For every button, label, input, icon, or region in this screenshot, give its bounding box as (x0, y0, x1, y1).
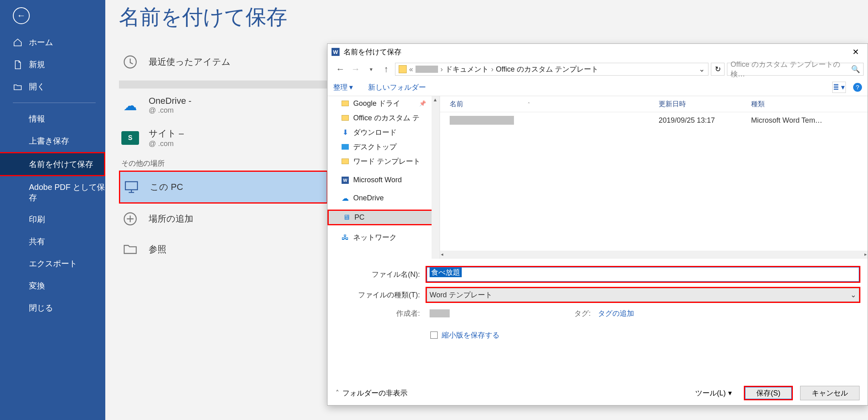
nav-export[interactable]: エクスポート (0, 253, 105, 275)
nav-new-label: 新規 (29, 59, 45, 70)
thumbnail-checkbox[interactable] (430, 331, 438, 339)
new-folder-button[interactable]: 新しいフォルダー (368, 82, 426, 92)
nav-share[interactable]: 共有 (0, 231, 105, 253)
nav-save[interactable]: 上書き保存 (0, 130, 105, 152)
nav-saveas-label: 名前を付けて保存 (29, 159, 93, 169)
nav-export-label: エクスポート (29, 258, 77, 269)
chevron-down-icon: ▾ (728, 389, 732, 397)
tree-network[interactable]: 🖧ネットワーク (328, 230, 440, 245)
loc-add-place[interactable]: 場所の追加 (119, 204, 328, 234)
loc-recent[interactable]: 最近使ったアイテム (119, 47, 328, 77)
folder-icon (342, 159, 349, 164)
back-button[interactable]: ← (13, 7, 30, 24)
file-date: 2019/09/25 13:17 (659, 116, 751, 125)
view-options-button[interactable]: ≣ ▾ (832, 82, 846, 93)
organize-menu[interactable]: 整理▾ (333, 82, 353, 92)
nav-share-label: 共有 (29, 236, 45, 247)
nav-info[interactable]: 情報 (0, 108, 105, 130)
file-row[interactable]: 2019/09/25 13:17 Microsoft Word Tem… (440, 112, 868, 128)
chevron-down-icon: ▾ (349, 83, 353, 92)
folder-icon (342, 101, 349, 106)
column-headers: 名前˄ 更新日時 種類 (440, 96, 868, 112)
tree-office-custom[interactable]: Office のカスタム テ (328, 111, 440, 125)
file-type: Microsoft Word Tem… (751, 116, 822, 125)
nav-adobe-pdf[interactable]: Adobe PDF として保存 (0, 176, 105, 208)
nav-open[interactable]: 開く (0, 76, 105, 98)
filename-input[interactable]: 食べ放題 (427, 267, 859, 282)
hide-folders-link[interactable]: フォルダーの非表示 (342, 388, 407, 398)
loc-site-sub: @ .com (149, 140, 184, 148)
save-dialog: W 名前を付けて保存 ✕ ← → ▾ ↑ « › ドキュメント › Office… (327, 43, 868, 406)
save-button[interactable]: 保存(S) (744, 386, 793, 400)
tree-desktop-label: デスクトップ (353, 142, 397, 152)
tag-label: タグ: (574, 309, 591, 318)
add-tag-link[interactable]: タグの追加 (598, 309, 634, 318)
filetype-value: Word テンプレート (430, 290, 492, 300)
tree-scrollbar[interactable] (432, 96, 440, 259)
tree-desktop[interactable]: デスクトップ (328, 140, 440, 154)
nav-forward-button[interactable]: → (349, 63, 362, 76)
pc-icon (123, 178, 140, 196)
nav-up-button[interactable]: ↑ (380, 63, 393, 76)
search-input[interactable]: Office のカスタム テンプレートの検… 🔍 (727, 63, 864, 76)
col-name-label: 名前 (450, 100, 463, 108)
col-type[interactable]: 種類 (751, 99, 868, 109)
breadcrumb[interactable]: « › ドキュメント › Office のカスタム テンプレート ⌄ (395, 63, 708, 76)
nav-close-label: 閉じる (29, 303, 53, 313)
nav-save-as[interactable]: 名前を付けて保存 (0, 152, 105, 176)
word-icon: W (342, 177, 349, 184)
loc-sharepoint[interactable]: S サイト – @ .com (119, 121, 328, 154)
nav-home-label: ホーム (29, 37, 53, 48)
search-placeholder: Office のカスタム テンプレートの検… (731, 60, 847, 79)
loc-onedrive[interactable]: ☁ OneDrive - @ .com (119, 89, 328, 121)
word-app-icon: W (332, 48, 340, 56)
nav-save-label: 上書き保存 (29, 136, 69, 146)
col-name[interactable]: 名前˄ (450, 99, 659, 109)
col-date[interactable]: 更新日時 (659, 99, 751, 109)
tree-word-template[interactable]: ワード テンプレート (328, 154, 440, 169)
help-button[interactable]: ? (853, 83, 862, 92)
breadcrumb-documents[interactable]: ドキュメント (445, 64, 489, 74)
tree-pc[interactable]: 🖥PC (328, 210, 440, 225)
redacted-filename (450, 116, 514, 125)
download-icon: ⬇ (341, 128, 349, 136)
loc-browse[interactable]: 参照 (119, 234, 328, 265)
breadcrumb-current[interactable]: Office のカスタム テンプレート (496, 64, 598, 74)
breadcrumb-sep-2: › (491, 65, 493, 74)
loc-onedrive-sub: @ .com (149, 106, 191, 115)
tree-onedrive-label: OneDrive (353, 194, 384, 202)
cancel-button[interactable]: キャンセル (800, 386, 860, 400)
nav-divider (13, 103, 96, 103)
loc-this-pc[interactable]: この PC (119, 171, 328, 204)
filetype-select[interactable]: Word テンプレート⌄ (427, 288, 859, 302)
cloud-icon: ☁ (341, 194, 349, 202)
nav-home[interactable]: ホーム (0, 31, 105, 54)
pc-icon: 🖥 (342, 214, 350, 222)
arrow-left-icon: ← (17, 10, 26, 21)
tree-msword[interactable]: WMicrosoft Word (328, 173, 440, 187)
nav-new[interactable]: 新規 (0, 54, 105, 76)
nav-back-button[interactable]: ← (334, 63, 347, 76)
redacted-author (430, 309, 450, 317)
loc-other-header: その他の場所 (119, 154, 328, 171)
expand-folders-icon[interactable]: ˄ (336, 389, 339, 397)
breadcrumb-lead: « (409, 65, 413, 74)
tree-downloads[interactable]: ⬇ダウンロード (328, 125, 440, 140)
cancel-button-label: キャンセル (812, 388, 848, 398)
chevron-down-icon: ⌄ (850, 290, 856, 299)
tree-office-custom-label: Office のカスタム テ (353, 113, 420, 123)
horizontal-scrollbar[interactable]: ◂▸ (440, 251, 868, 259)
tree-gdrive-label: Google ドライ (353, 99, 400, 108)
breadcrumb-dropdown-icon[interactable]: ⌄ (699, 65, 705, 74)
tree-gdrive[interactable]: Google ドライ (328, 96, 440, 111)
nav-close[interactable]: 閉じる (0, 297, 105, 319)
nav-print[interactable]: 印刷 (0, 208, 105, 231)
loc-recent-label: 最近使ったアイテム (149, 56, 231, 68)
tools-menu[interactable]: ツール(L)▾ (695, 388, 732, 398)
nav-recent-button[interactable]: ▾ (364, 63, 377, 76)
nav-print-label: 印刷 (29, 214, 45, 225)
tree-onedrive[interactable]: ☁OneDrive (328, 191, 440, 205)
nav-convert[interactable]: 変換 (0, 275, 105, 297)
close-button[interactable]: ✕ (848, 47, 864, 57)
refresh-button[interactable]: ↻ (711, 63, 725, 76)
